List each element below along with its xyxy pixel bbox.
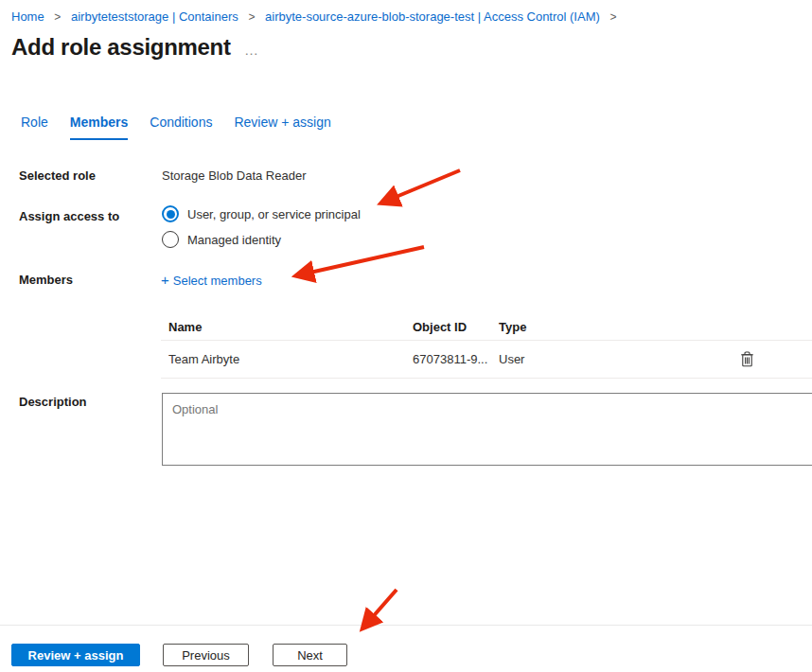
arrow-to-select-members — [297, 247, 424, 275]
tab-members[interactable]: Members — [70, 115, 128, 140]
radio-option-user-group[interactable]: User, group, or service principal — [162, 205, 361, 222]
column-header-type: Type — [499, 320, 738, 334]
arrow-to-next-button — [363, 590, 397, 628]
member-name-cell: Team Airbyte — [161, 352, 413, 366]
select-members-link[interactable]: +Select members — [161, 272, 262, 288]
radio-unselected-icon[interactable] — [162, 231, 179, 248]
description-label: Description — [19, 395, 87, 409]
tab-conditions[interactable]: Conditions — [150, 115, 212, 140]
member-object-id-cell: 67073811-9... — [413, 352, 499, 366]
breadcrumb-home-link[interactable]: Home — [11, 9, 44, 24]
members-label: Members — [19, 273, 73, 287]
previous-button[interactable]: Previous — [163, 644, 249, 666]
delete-member-button[interactable] — [738, 349, 756, 369]
more-options-icon[interactable]: … — [244, 42, 259, 58]
trash-icon — [740, 351, 754, 367]
column-header-object-id: Object ID — [413, 320, 499, 334]
members-table-header: Name Object ID Type — [161, 313, 812, 341]
tab-role[interactable]: Role — [21, 115, 48, 140]
table-row: Team Airbyte 67073811-9... User — [161, 341, 812, 379]
arrow-to-radio — [382, 170, 460, 203]
description-textarea[interactable] — [162, 393, 812, 466]
review-assign-button[interactable]: Review + assign — [11, 644, 140, 666]
member-type-cell: User — [499, 352, 738, 366]
footer-divider — [0, 625, 812, 626]
radio-option-label: Managed identity — [187, 233, 281, 247]
breadcrumb-separator: > — [609, 10, 616, 24]
breadcrumb-iam-link[interactable]: airbyte-source-azure-blob-storage-test |… — [265, 9, 600, 24]
breadcrumb: Home > airbyteteststorage | Containers >… — [11, 9, 623, 24]
selected-role-value: Storage Blob Data Reader — [162, 168, 306, 183]
plus-icon: + — [161, 272, 169, 288]
selected-role-label: Selected role — [19, 168, 96, 183]
breadcrumb-separator: > — [54, 10, 61, 24]
assign-access-radio-group: User, group, or service principal Manage… — [162, 205, 361, 248]
column-header-name: Name — [161, 320, 413, 334]
add-role-assignment-page: Home > airbyteteststorage | Containers >… — [0, 0, 812, 672]
breadcrumb-separator: > — [248, 10, 255, 24]
radio-selected-icon[interactable] — [162, 205, 179, 222]
tab-review-assign[interactable]: Review + assign — [234, 115, 330, 140]
page-title: Add role assignment — [11, 34, 231, 61]
next-button[interactable]: Next — [273, 644, 347, 666]
radio-option-label: User, group, or service principal — [187, 207, 361, 221]
select-members-label: Select members — [173, 274, 262, 288]
tab-bar: Role Members Conditions Review + assign — [21, 115, 331, 140]
assign-access-to-label: Assign access to — [19, 209, 119, 223]
radio-option-managed-identity[interactable]: Managed identity — [162, 231, 361, 248]
members-table: Name Object ID Type Team Airbyte 6707381… — [161, 313, 812, 379]
breadcrumb-storage-link[interactable]: airbyteteststorage | Containers — [71, 9, 238, 24]
